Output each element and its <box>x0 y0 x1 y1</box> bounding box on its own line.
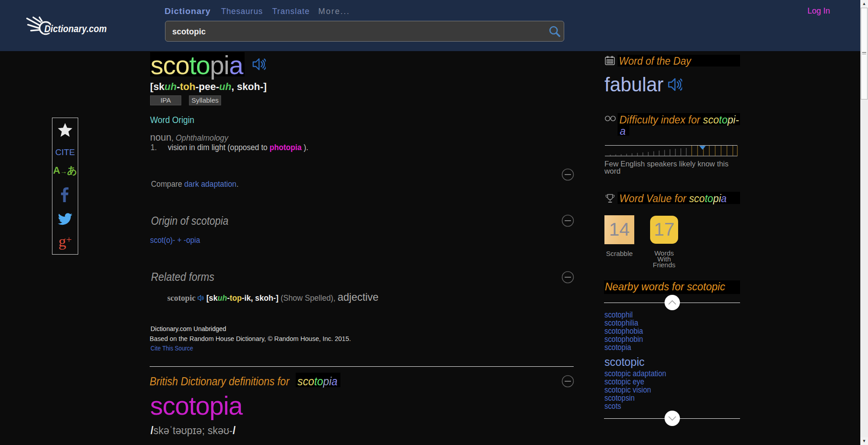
svg-text:Dictionary.com: Dictionary.com <box>44 24 107 34</box>
